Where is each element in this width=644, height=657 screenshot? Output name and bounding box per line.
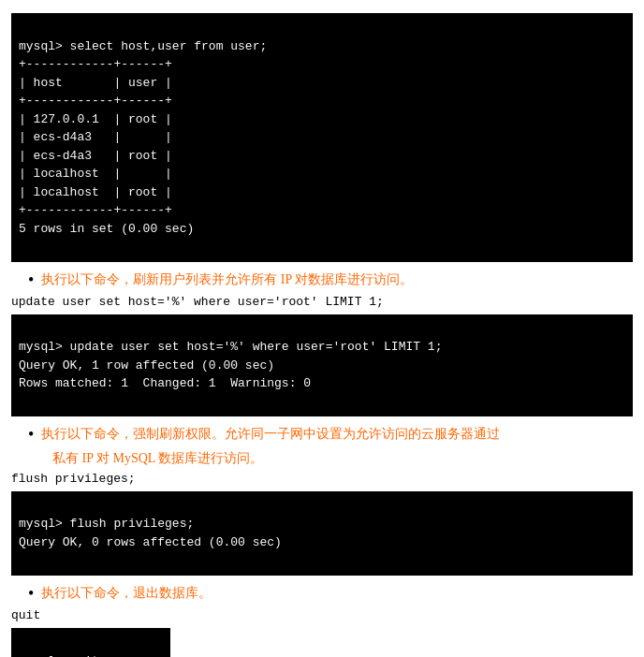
- bullet-1-row: • 执行以下命令，刷新用户列表并允许所有 IP 对数据库进行访问。: [28, 270, 633, 291]
- bullet-3-dot: •: [28, 583, 34, 605]
- terminal-2-content: mysql> update user set host='%' where us…: [19, 340, 442, 390]
- cmd-2: flush privileges;: [11, 472, 633, 486]
- bullet-1-dot: •: [28, 270, 34, 291]
- cmd-3: quit: [11, 608, 633, 622]
- terminal-2: mysql> update user set host='%' where us…: [11, 314, 633, 417]
- bullet-3-row: • 执行以下命令，退出数据库。: [28, 583, 633, 605]
- terminal-3: mysql> flush privileges; Query OK, 0 row…: [11, 491, 633, 576]
- bullet-1-text: 执行以下命令，刷新用户列表并允许所有 IP 对数据库进行访问。: [41, 270, 633, 289]
- cmd-1: update user set host='%' where user='roo…: [11, 295, 633, 309]
- bullet-2-dot: •: [28, 424, 34, 445]
- terminal-4: mysql> quit Bye: [11, 628, 170, 657]
- bullet-2-text-line1: 执行以下命令，强制刷新权限。允许同一子网中设置为允许访问的云服务器通过: [41, 424, 633, 444]
- bullet-2-text-line2: 私有 IP 对 MySQL 数据库进行访问。: [52, 448, 633, 468]
- bullet-3-text: 执行以下命令，退出数据库。: [41, 583, 633, 603]
- bullet-2-row: • 执行以下命令，强制刷新权限。允许同一子网中设置为允许访问的云服务器通过: [28, 424, 633, 445]
- terminal-1-content: mysql> select host,user from user; +----…: [19, 39, 267, 236]
- terminal-3-content: mysql> flush privileges; Query OK, 0 row…: [19, 517, 282, 549]
- terminal-1: mysql> select host,user from user; +----…: [11, 13, 633, 262]
- page-content: mysql> select host,user from user; +----…: [0, 0, 644, 657]
